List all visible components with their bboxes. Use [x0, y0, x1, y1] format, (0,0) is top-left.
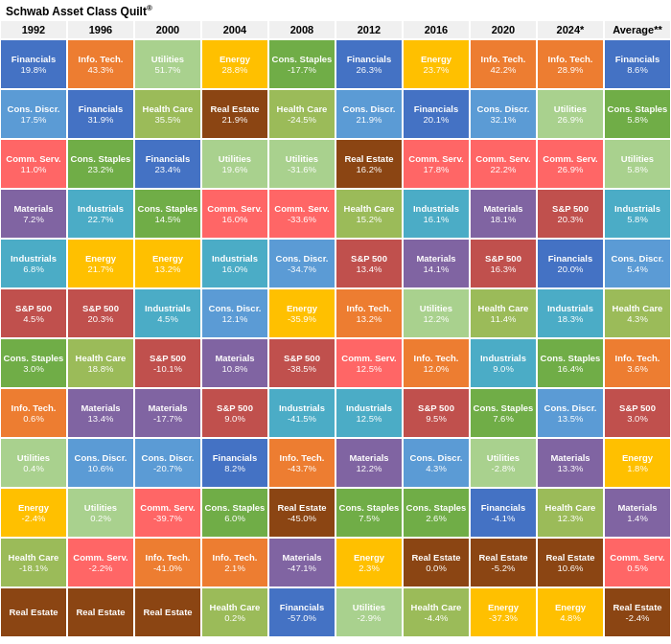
cell-value-8-2: -20.7% — [153, 463, 182, 473]
cell-value-8-6: 4.3% — [426, 463, 447, 473]
cell-1-9: Cons. Staples5.8% — [604, 89, 671, 139]
cell-name-9-9: Materials — [617, 502, 657, 513]
cell-0-7: Info. Tech.42.2% — [470, 39, 537, 89]
cell-name-10-8: Real Estate — [545, 552, 594, 563]
cell-2-9: Utilities5.8% — [604, 139, 671, 189]
cell-name-4-1: Energy — [85, 253, 116, 264]
cell-value-0-5: 26.3% — [357, 64, 382, 75]
cell-2-3: Utilities19.6% — [201, 139, 268, 189]
cell-name-10-5: Energy — [354, 552, 384, 563]
cell-value-0-3: 28.8% — [222, 64, 248, 75]
cell-name-8-0: Utilities — [17, 452, 50, 463]
cell-name-4-8: Financials — [548, 253, 592, 264]
cell-value-1-5: 21.9% — [357, 114, 382, 125]
cell-name-8-2: Cons. Discr. — [142, 452, 195, 463]
data-row-5: S&P 5004.5%S&P 50020.3%Industrials4.5%Co… — [0, 288, 671, 338]
cell-value-1-2: 35.5% — [155, 114, 181, 125]
cell-name-2-4: Utilities — [286, 153, 318, 164]
cell-value-7-4: -41.5% — [288, 413, 316, 424]
cell-name-8-1: Cons. Discr. — [75, 452, 127, 463]
cell-1-1: Financials31.9% — [67, 89, 134, 139]
cell-value-2-7: 22.2% — [491, 164, 517, 174]
header-2000: 2000 — [134, 20, 201, 39]
cell-8-9: Energy1.8% — [604, 438, 671, 488]
cell-value-7-6: 9.5% — [426, 413, 447, 424]
cell-value-8-3: 8.2% — [224, 463, 245, 473]
cell-name-3-6: Industrials — [413, 203, 459, 214]
cell-8-1: Cons. Discr.10.6% — [67, 438, 134, 488]
cell-value-4-7: 16.3% — [491, 264, 517, 274]
cell-name-6-6: Info. Tech. — [414, 353, 459, 363]
cell-5-6: Utilities12.2% — [403, 288, 470, 338]
cell-value-9-7: -4.1% — [492, 513, 516, 523]
title: Schwab Asset Class Quilt® — [0, 0, 671, 20]
cell-value-9-9: 1.4% — [627, 513, 648, 523]
cell-name-10-0: Health Care — [9, 552, 59, 563]
cell-name-7-8: Cons. Discr. — [544, 402, 597, 413]
cell-10-3: Info. Tech.2.1% — [201, 538, 268, 587]
cell-name-8-5: Materials — [349, 452, 388, 463]
cell-5-2: Industrials4.5% — [134, 288, 201, 338]
cell-name-8-6: Cons. Discr. — [410, 452, 463, 463]
cell-2-8: Comm. Serv.26.9% — [537, 139, 604, 189]
cell-3-3: Comm. Serv.16.0% — [201, 189, 268, 239]
cell-3-1: Industrials22.7% — [67, 189, 134, 239]
cell-9-2: Comm. Serv.-39.7% — [134, 488, 201, 538]
cell-value-5-4: -35.9% — [288, 313, 316, 324]
cell-value-2-6: 17.8% — [424, 164, 450, 174]
cell-name-0-4: Cons. Staples — [272, 54, 333, 64]
cell-6-9: Info. Tech.3.6% — [604, 338, 671, 388]
cell-7-9: S&P 5003.0% — [604, 388, 671, 438]
header-Average**: Average** — [604, 20, 671, 39]
cell-value-6-3: 10.8% — [222, 363, 248, 374]
cell-name-10-7: Real Estate — [478, 552, 527, 563]
cell-0-1: Info. Tech.43.3% — [67, 39, 134, 89]
cell-value-2-5: 16.2% — [357, 164, 382, 174]
cell-value-2-0: 11.0% — [21, 164, 47, 174]
cell-value-1-3: 21.9% — [222, 114, 248, 125]
cell-8-8: Materials13.3% — [537, 438, 604, 488]
cell-name-0-7: Info. Tech. — [481, 54, 526, 64]
cell-value-5-2: 4.5% — [157, 313, 178, 324]
cell-value-10-6: 0.0% — [426, 563, 447, 573]
cell-9-8: Health Care12.3% — [537, 488, 604, 538]
cell-name-0-3: Energy — [220, 54, 250, 64]
cell-value-8-0: 0.4% — [23, 463, 44, 473]
cell-3-9: Industrials5.8% — [604, 189, 671, 239]
cell-value-7-9: 3.0% — [627, 413, 648, 424]
cell-1-5: Cons. Discr.21.9% — [336, 89, 403, 139]
cell-name-11-6: Health Care — [411, 602, 462, 612]
cell-7-8: Cons. Discr.13.5% — [537, 388, 604, 438]
cell-value-10-2: -41.0% — [153, 563, 182, 573]
cell-10-1: Comm. Serv.-2.2% — [67, 538, 134, 587]
cell-2-0: Comm. Serv.11.0% — [0, 139, 67, 189]
header-1992: 1992 — [0, 20, 67, 39]
cell-value-10-5: 2.3% — [359, 563, 380, 573]
cell-8-5: Materials12.2% — [336, 438, 403, 488]
cell-name-10-6: Real Estate — [411, 552, 460, 563]
cell-9-5: Cons. Staples7.5% — [336, 488, 403, 538]
data-row-11: Real EstateReal EstateReal EstateHealth … — [0, 587, 671, 637]
cell-value-6-8: 16.4% — [558, 363, 584, 374]
cell-4-7: S&P 50016.3% — [470, 239, 537, 288]
cell-name-11-1: Real Estate — [76, 607, 125, 617]
cell-5-8: Industrials18.3% — [537, 288, 604, 338]
cell-name-6-4: S&P 500 — [284, 353, 320, 363]
cell-value-0-2: 51.7% — [155, 64, 181, 75]
cell-11-6: Health Care-4.4% — [403, 587, 470, 637]
cell-name-9-2: Comm. Serv. — [140, 502, 195, 513]
cell-name-11-7: Energy — [488, 602, 519, 612]
cell-name-11-3: Health Care — [210, 602, 261, 612]
cell-name-4-0: Industrials — [11, 253, 57, 264]
cell-2-5: Real Estate16.2% — [336, 139, 403, 189]
cell-value-0-4: -17.7% — [288, 64, 316, 75]
cell-value-11-9: -2.4% — [626, 612, 650, 623]
cell-name-2-8: Comm. Serv. — [543, 153, 597, 164]
cell-9-0: Energy-2.4% — [0, 488, 67, 538]
cell-value-7-1: 13.4% — [88, 413, 114, 424]
cell-name-6-5: Comm. Serv. — [341, 353, 396, 363]
cell-1-0: Cons. Discr.17.5% — [0, 89, 67, 139]
cell-7-0: Info. Tech.0.6% — [0, 388, 67, 438]
cell-value-0-1: 43.3% — [88, 64, 114, 75]
cell-value-4-2: 13.2% — [155, 264, 181, 274]
